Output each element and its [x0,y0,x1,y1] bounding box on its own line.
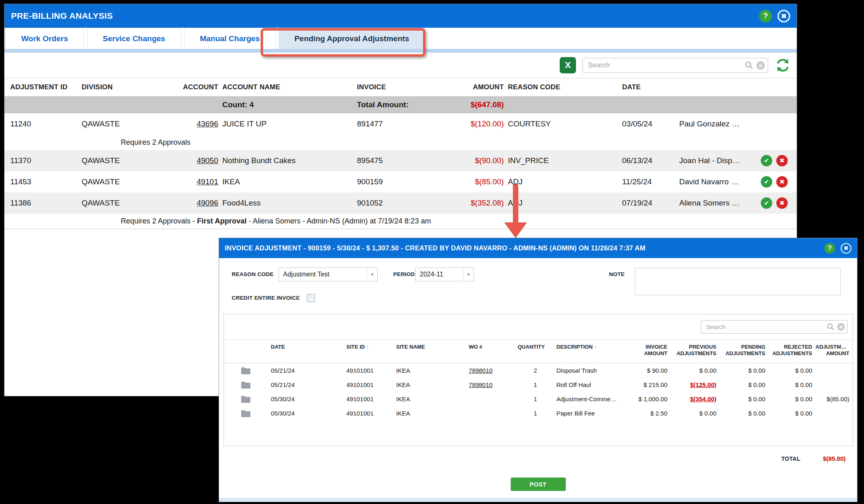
column-header-invoice[interactable]: INVOICE [357,83,459,91]
clear-search-button[interactable]: × [756,61,765,70]
column-header-account[interactable]: ACCOUNT [173,83,222,91]
column-header-invoice-amount[interactable]: INVOICE AMOUNT [624,344,671,357]
reject-button[interactable]: ✖ [776,155,788,166]
account-link[interactable]: 49096 [197,199,218,207]
cell-user: Paul Gonzalez … [679,119,761,128]
search-icon [744,61,753,70]
close-button[interactable]: ✖ [778,10,790,22]
approval-note-text: Requires 2 Approvals - First Approval - … [121,217,431,225]
table-row[interactable]: 11453 QAWASTE 49101 IKEA 900159 $(85.00)… [4,171,797,192]
column-header-date[interactable]: DATE [271,344,346,350]
account-link[interactable]: 49101 [197,177,218,186]
reject-button[interactable]: ✖ [776,176,788,188]
note-input[interactable] [635,268,841,295]
table-row[interactable]: 11370 QAWASTE 49050 Nothing Bundt Cakes … [4,150,797,171]
sort-asc-icon: ↑ [366,344,369,350]
clear-icon: × [759,62,762,69]
approve-button[interactable]: ✔ [761,197,772,209]
cell-rejected-adjustments: $ 0.00 [769,367,815,374]
column-header-adjustment-id[interactable]: ADJUSTMENT ID [10,83,82,91]
main-table-header: ADJUSTMENT ID DIVISION ACCOUNT ACCOUNT N… [4,78,797,96]
cell-description: Disposal Trash [556,367,624,374]
tab-service-changes[interactable]: Service Changes [87,28,181,49]
folder-icon[interactable] [241,396,250,403]
cell-reason-code: ADJ [508,199,622,208]
tab-label: Manual Charges [200,34,260,43]
tab-label: Pending Approval Adjustments [295,34,410,43]
folder-icon[interactable] [241,410,250,417]
cell-date: 11/25/24 [622,177,679,186]
reject-button[interactable]: ✖ [776,197,788,209]
summary-row: Count: 4 Total Amount: $(647.08) [4,96,797,113]
cell-site-name: IKEA [396,410,469,417]
search-icon [826,323,835,331]
cell-user: David Navarro … [679,177,761,186]
cell-invoice-amount: $ 215.00 [624,381,671,388]
cell-invoice: 900159 [357,177,459,186]
dialog-footer-strip [219,498,857,502]
previous-adjustment-link[interactable]: $(125.00) [690,381,716,388]
column-header-quantity[interactable]: QUANTITY [518,344,556,350]
folder-icon[interactable] [241,367,250,374]
reason-code-select[interactable]: Adjustment Test ▼ [279,267,378,281]
column-header-site-name[interactable]: SITE NAME [396,344,469,350]
account-link[interactable]: 49050 [197,156,218,165]
cell-date: 05/30/24 [271,410,346,417]
credit-entire-invoice-checkbox[interactable] [307,294,315,302]
check-icon: ✔ [764,178,769,186]
account-link[interactable]: 43696 [197,119,218,128]
cell-adjustment-amount: $(85.00) [815,396,853,402]
help-icon: ? [828,245,832,252]
tab-manual-charges[interactable]: Manual Charges [184,28,276,49]
table-row[interactable]: 11386 QAWASTE 49096 Food4Less 901052 $(3… [4,192,797,214]
period-select[interactable]: 2024-11 ▼ [415,267,474,281]
tab-work-orders[interactable]: Work Orders [5,28,84,49]
dialog-help-button[interactable]: ? [824,243,835,254]
cell-invoice-amount: $ 2.50 [624,410,671,417]
column-header-pending-adjustments[interactable]: PENDING ADJUSTMENTS [720,344,769,357]
wo-link[interactable]: 7898010 [469,367,492,374]
clear-icon: × [839,323,843,330]
line-item-row[interactable]: 05/30/24 49101001 IKEA 1 Adjustment-Comm… [224,392,853,406]
cell-adjustment-id: 11240 [10,119,82,128]
tab-pending-approval-adjustments[interactable]: Pending Approval Adjustments [279,28,425,49]
refresh-button[interactable] [775,57,791,73]
previous-adjustment-link[interactable]: $(354.00) [690,396,716,402]
excel-export-button[interactable]: X [560,57,576,73]
period-value: 2024-11 [416,271,463,278]
cell-date: 03/05/24 [622,119,679,128]
approve-button[interactable]: ✔ [761,155,772,166]
cell-site-name: IKEA [396,381,469,388]
dialog-close-button[interactable]: ✖ [841,243,851,254]
approve-button[interactable]: ✔ [761,176,772,188]
column-header-division[interactable]: DIVISION [82,83,173,91]
dialog-search-input[interactable] [701,320,848,334]
column-header-description[interactable]: DESCRIPTION↑ [556,344,624,350]
table-row[interactable]: 11240 QAWASTE 43696 JUICE IT UP 891477 $… [4,113,797,135]
column-header-rejected-adjustments[interactable]: REJECTED ADJUSTMENTS [769,344,815,357]
line-item-row[interactable]: 05/30/24 49101001 IKEA 1 Paper Bill Fee … [224,406,853,420]
clear-search-button[interactable]: × [837,323,845,331]
column-header-site-id[interactable]: SITE ID↑ [346,344,396,350]
reason-code-label: REASON CODE [232,271,274,277]
cell-date: 05/21/24 [271,381,346,388]
cell-quantity: 2 [518,367,556,374]
column-header-amount[interactable]: AMOUNT [459,83,508,91]
column-header-wo[interactable]: WO # [469,344,518,350]
column-header-date[interactable]: DATE [622,83,679,91]
search-input[interactable] [583,58,768,73]
column-header-adjustment-amount[interactable]: ADJUSTMENT AMOUNT [815,344,853,357]
dialog-table-header: DATE SITE ID↑ SITE NAME WO # QUANTITY DE… [224,340,853,363]
x-icon: ✖ [780,157,785,164]
column-header-reason-code[interactable]: REASON CODE [508,83,622,91]
cell-adjustment-id: 11386 [10,199,82,208]
column-header-account-name[interactable]: ACCOUNT NAME [222,83,357,91]
folder-icon[interactable] [241,381,250,389]
wo-link[interactable]: 7898010 [469,381,492,388]
help-button[interactable]: ? [759,10,772,22]
line-item-row[interactable]: 05/21/24 49101001 IKEA 7898010 2 Disposa… [224,363,853,378]
cell-description: Roll Off Haul [556,381,624,388]
column-header-previous-adjustments[interactable]: PREVIOUS ADJUSTMENTS [671,344,720,357]
post-button[interactable]: POST [511,477,566,491]
line-item-row[interactable]: 05/21/24 49101001 IKEA 7898010 1 Roll Of… [224,378,853,392]
